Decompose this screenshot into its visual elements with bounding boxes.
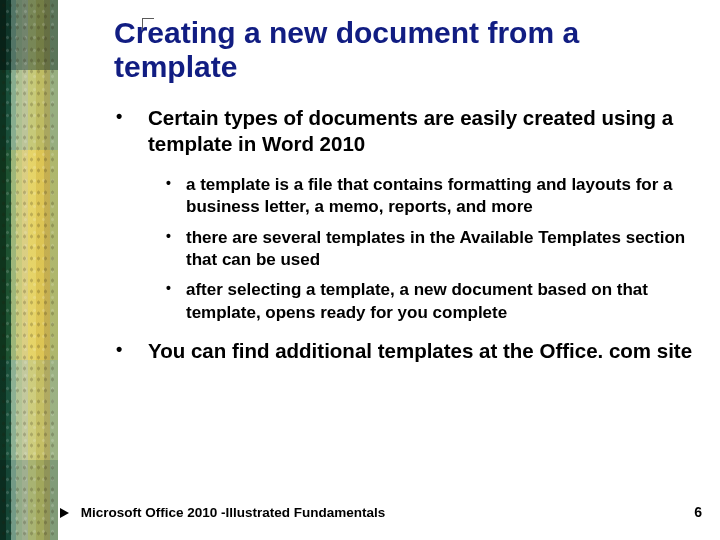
sub-bullet-item: a template is a file that contains forma…: [164, 174, 694, 219]
sub-bullet-text: after selecting a template, a new docume…: [186, 280, 648, 321]
bullet-text: You can find additional templates at the…: [148, 339, 692, 362]
footer-text: Microsoft Office 2010 -Illustrated Funda…: [81, 505, 386, 520]
slide-title: Creating a new document from a template: [114, 16, 634, 83]
bullet-text: Certain types of documents are easily cr…: [148, 106, 673, 155]
slide-footer: Microsoft Office 2010 -Illustrated Funda…: [60, 504, 702, 520]
sub-bullet-text: a template is a file that contains forma…: [186, 175, 672, 216]
bullet-list-sub: a template is a file that contains forma…: [164, 174, 694, 325]
sub-bullet-text: there are several templates in the Avail…: [186, 228, 685, 269]
slide-body: Creating a new document from a template …: [58, 0, 720, 540]
bullet-item: You can find additional templates at the…: [112, 338, 694, 364]
page-number: 6: [694, 504, 702, 520]
bullet-list-top: You can find additional templates at the…: [112, 338, 694, 364]
placeholder-corner-mark: [142, 18, 154, 30]
sub-bullet-item: there are several templates in the Avail…: [164, 227, 694, 272]
sub-bullet-item: after selecting a template, a new docume…: [164, 279, 694, 324]
bullet-list-top: Certain types of documents are easily cr…: [112, 105, 694, 157]
footer-left: Microsoft Office 2010 -Illustrated Funda…: [60, 505, 385, 520]
triangle-right-icon: [60, 508, 69, 518]
decorative-sidebar: [0, 0, 58, 540]
bullet-item: Certain types of documents are easily cr…: [112, 105, 694, 157]
